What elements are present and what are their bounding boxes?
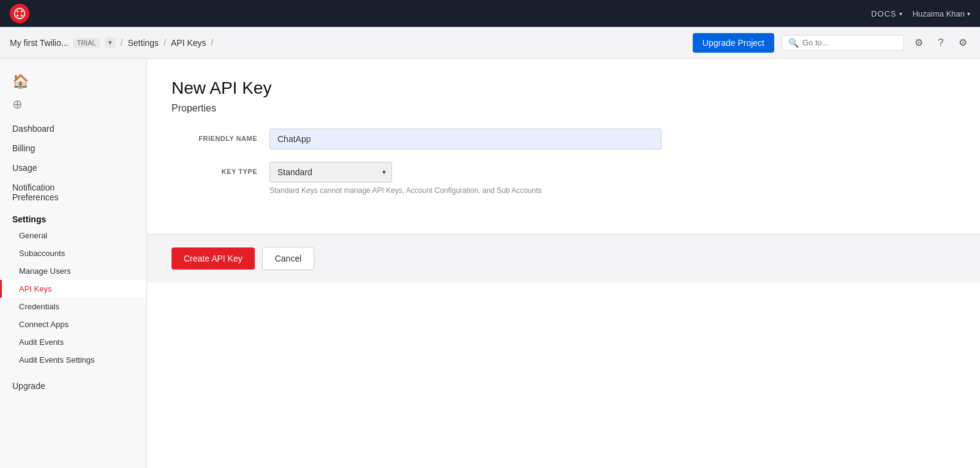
content-inner: New API Key Properties FRIENDLY NAME KEY… <box>147 59 980 234</box>
cancel-button[interactable]: Cancel <box>262 247 315 270</box>
twilio-logo[interactable] <box>10 4 29 23</box>
user-dropdown-arrow: ▾ <box>967 10 970 17</box>
sidebar-item-subaccounts[interactable]: Subaccounts <box>0 244 146 262</box>
trial-badge: TRIAL <box>73 38 99 48</box>
sidebar-item-dashboard[interactable]: Dashboard <box>0 119 146 138</box>
sidebar-section-settings: Settings <box>0 207 146 227</box>
docs-link[interactable]: DOCS ▾ <box>871 9 903 18</box>
sidebar-home-icon[interactable]: 🏠 <box>0 69 146 94</box>
svg-point-2 <box>21 10 23 12</box>
sidebar-item-manage-users[interactable]: Manage Users <box>0 262 146 280</box>
breadcrumb-api-keys[interactable]: API Keys <box>171 38 206 48</box>
friendly-name-label: FRIENDLY NAME <box>172 129 257 142</box>
top-navigation: DOCS ▾ Huzaima Khan ▾ <box>0 0 980 27</box>
settings-icon[interactable]: ⚙ <box>956 36 970 50</box>
user-menu[interactable]: Huzaima Khan ▾ <box>913 9 970 18</box>
sidebar: 🏠 ⊕ Dashboard Billing Usage Notification… <box>0 59 147 468</box>
top-nav-right: DOCS ▾ Huzaima Khan ▾ <box>871 9 970 18</box>
sidebar-item-upgrade[interactable]: Upgrade <box>0 376 146 396</box>
form-section: FRIENDLY NAME KEY TYPE Standard Main <box>172 129 662 195</box>
search-box[interactable]: 🔍 <box>782 35 904 51</box>
sidebar-item-billing[interactable]: Billing <box>0 138 146 158</box>
sidebar-item-usage[interactable]: Usage <box>0 158 146 178</box>
key-type-row: KEY TYPE Standard Main ▾ Standard Keys c… <box>172 162 662 195</box>
page-title: New API Key <box>172 78 956 98</box>
secondary-navigation: My first Twilio... TRIAL ▾ / Settings / … <box>0 27 980 59</box>
svg-point-0 <box>15 9 25 19</box>
key-type-select[interactable]: Standard Main <box>270 162 392 183</box>
help-icon[interactable]: ? <box>933 36 948 50</box>
key-type-control: Standard Main ▾ Standard Keys cannot man… <box>270 162 662 195</box>
notifications-icon[interactable]: ⚙ <box>911 36 926 50</box>
friendly-name-control <box>270 129 662 149</box>
friendly-name-row: FRIENDLY NAME <box>172 129 662 149</box>
sidebar-item-audit-events-settings[interactable]: Audit Events Settings <box>0 351 146 369</box>
sidebar-item-audit-events[interactable]: Audit Events <box>0 333 146 351</box>
sidebar-item-general[interactable]: General <box>0 227 146 244</box>
secondary-nav-right: Upgrade Project 🔍 ⚙ ? ⚙ <box>693 33 970 53</box>
trial-dropdown[interactable]: ▾ <box>105 37 116 48</box>
svg-point-3 <box>17 15 18 17</box>
content-area: New API Key Properties FRIENDLY NAME KEY… <box>147 59 980 468</box>
sidebar-item-api-keys[interactable]: API Keys <box>0 280 146 298</box>
search-input[interactable] <box>802 38 897 47</box>
key-type-label: KEY TYPE <box>172 162 257 175</box>
sidebar-ellipsis-icon[interactable]: ⊕ <box>0 94 146 114</box>
friendly-name-input[interactable] <box>270 129 662 149</box>
breadcrumb-settings[interactable]: Settings <box>128 38 159 48</box>
sidebar-item-connect-apps[interactable]: Connect Apps <box>0 315 146 333</box>
upgrade-button[interactable]: Upgrade Project <box>693 33 774 53</box>
breadcrumb-sep-2: / <box>164 38 166 48</box>
key-type-select-wrap: Standard Main ▾ <box>270 162 392 183</box>
main-layout: 🏠 ⊕ Dashboard Billing Usage Notification… <box>0 59 980 468</box>
top-nav-left <box>10 4 29 23</box>
sidebar-item-credentials[interactable]: Credentials <box>0 298 146 315</box>
create-api-key-button[interactable]: Create API Key <box>172 247 255 270</box>
breadcrumb-sep-1: / <box>121 38 123 48</box>
sidebar-item-notification-preferences[interactable]: NotificationPreferences <box>0 178 146 207</box>
action-bar: Create API Key Cancel <box>147 234 980 282</box>
svg-point-4 <box>21 15 23 17</box>
breadcrumb: My first Twilio... TRIAL ▾ / Settings / … <box>10 37 213 48</box>
project-name[interactable]: My first Twilio... <box>10 38 68 48</box>
search-icon: 🔍 <box>788 38 799 48</box>
docs-dropdown-arrow: ▾ <box>899 10 903 17</box>
svg-point-1 <box>17 10 18 12</box>
key-type-hint: Standard Keys cannot manage API Keys, Ac… <box>270 186 662 195</box>
section-title: Properties <box>172 103 956 114</box>
breadcrumb-sep-3: / <box>211 38 214 48</box>
